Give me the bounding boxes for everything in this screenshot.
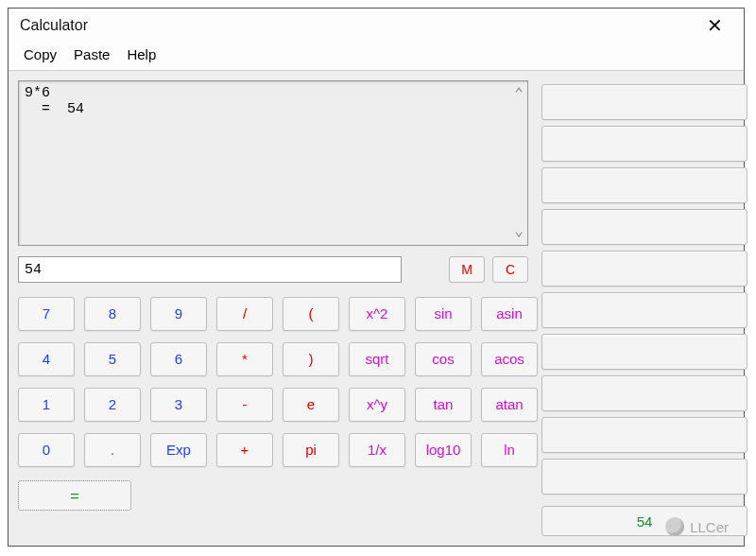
key-pi[interactable]: pi (283, 433, 339, 467)
key-pow[interactable]: x^y (349, 388, 405, 422)
key-recip[interactable]: 1/x (349, 433, 405, 467)
key-asin[interactable]: asin (481, 297, 538, 331)
expression-input[interactable] (18, 256, 402, 283)
side-slot-8[interactable] (541, 417, 747, 453)
key-2[interactable]: 2 (84, 388, 141, 422)
side-panel: 54 (541, 80, 747, 536)
result-display: 54 (541, 506, 747, 536)
calculator-window: Calculator ✕ Copy Paste Help 9*6 = 54⌃⌄ … (8, 8, 745, 547)
side-slot-6[interactable] (541, 334, 747, 370)
menu-bar: Copy Paste Help (9, 43, 744, 70)
main-panel: 9*6 = 54⌃⌄ M C 7 8 9 / ( x^2 sin asin 4 … (18, 80, 528, 536)
titlebar: Calculator ✕ (9, 9, 744, 43)
history-display[interactable]: 9*6 = 54⌃⌄ (18, 80, 528, 246)
key-e[interactable]: e (283, 388, 339, 422)
side-slot-3[interactable] (541, 209, 747, 245)
key-dot[interactable]: . (84, 433, 141, 467)
key-plus[interactable]: + (216, 433, 273, 467)
side-slot-1[interactable] (541, 126, 747, 162)
key-log10[interactable]: log10 (415, 433, 472, 467)
side-slot-2[interactable] (541, 167, 747, 203)
key-sqrt[interactable]: sqrt (349, 342, 405, 376)
key-divide[interactable]: / (216, 297, 273, 331)
side-slot-9[interactable] (541, 459, 747, 495)
key-square[interactable]: x^2 (349, 297, 405, 331)
close-icon[interactable]: ✕ (697, 12, 732, 39)
menu-copy[interactable]: Copy (18, 44, 62, 64)
key-ln[interactable]: ln (481, 433, 538, 467)
keypad: 7 8 9 / ( x^2 sin asin 4 5 6 * ) sqrt co… (18, 297, 528, 467)
key-5[interactable]: 5 (84, 342, 141, 376)
scroll-up-icon[interactable]: ⌃ (514, 87, 524, 102)
key-lparen[interactable]: ( (283, 297, 339, 331)
clear-button[interactable]: C (492, 256, 528, 283)
key-7[interactable]: 7 (18, 297, 75, 331)
key-sin[interactable]: sin (415, 297, 472, 331)
menu-help[interactable]: Help (121, 44, 162, 64)
bottom-row: = (18, 480, 528, 511)
key-6[interactable]: 6 (150, 342, 207, 376)
side-slot-7[interactable] (541, 375, 747, 411)
side-slot-4[interactable] (541, 251, 747, 287)
key-1[interactable]: 1 (18, 388, 75, 422)
key-exp[interactable]: Exp (150, 433, 207, 467)
key-minus[interactable]: - (216, 388, 273, 422)
key-0[interactable]: 0 (18, 433, 75, 467)
key-tan[interactable]: tan (415, 388, 472, 422)
entry-row: M C (18, 255, 528, 284)
window-title: Calculator (20, 17, 88, 34)
key-multiply[interactable]: * (216, 342, 273, 376)
equals-button[interactable]: = (18, 480, 131, 511)
key-3[interactable]: 3 (150, 388, 207, 422)
menu-paste[interactable]: Paste (68, 44, 115, 64)
memory-controls: M C (449, 256, 528, 283)
key-acos[interactable]: acos (481, 342, 538, 376)
key-9[interactable]: 9 (150, 297, 207, 331)
client-area: 9*6 = 54⌃⌄ M C 7 8 9 / ( x^2 sin asin 4 … (9, 70, 744, 546)
key-rparen[interactable]: ) (283, 342, 339, 376)
key-atan[interactable]: atan (481, 388, 538, 422)
side-slot-0[interactable] (541, 84, 747, 120)
history-text: 9*6 = 54 (25, 85, 84, 117)
memory-store-button[interactable]: M (449, 256, 485, 283)
side-slot-5[interactable] (541, 292, 747, 328)
key-8[interactable]: 8 (84, 297, 141, 331)
scroll-down-icon[interactable]: ⌄ (514, 224, 524, 239)
key-4[interactable]: 4 (18, 342, 75, 376)
key-cos[interactable]: cos (415, 342, 472, 376)
